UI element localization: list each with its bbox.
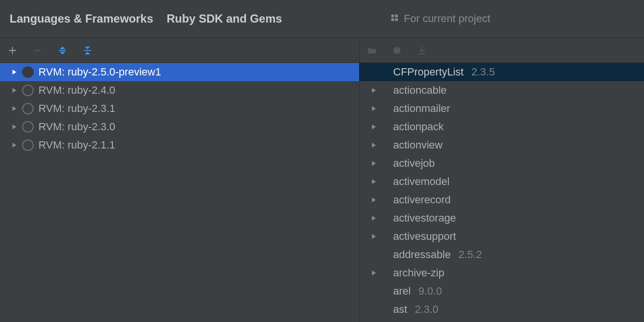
expand-icon[interactable] <box>12 124 17 130</box>
gem-row[interactable]: actioncable <box>359 81 644 99</box>
gem-version: 2.5.2 <box>458 248 482 261</box>
add-sdk-button[interactable] <box>6 44 19 57</box>
breadcrumb-page: Ruby SDK and Gems <box>167 12 282 25</box>
settings-header: Languages & Frameworks Ruby SDK and Gems… <box>0 0 644 37</box>
gem-row[interactable]: arel9.0.0 <box>359 282 644 300</box>
svg-rect-1 <box>395 14 398 17</box>
expand-icon[interactable] <box>12 87 17 93</box>
sdk-radio-icon[interactable] <box>22 139 34 151</box>
breadcrumb: Languages & Frameworks Ruby SDK and Gems <box>10 12 381 25</box>
gem-name: ast <box>393 303 407 316</box>
settings-body: RVM: ruby-2.5.0-preview1RVM: ruby-2.4.0R… <box>0 37 644 322</box>
download-gem-button[interactable] <box>415 44 429 57</box>
sdk-panel: RVM: ruby-2.5.0-preview1RVM: ruby-2.4.0R… <box>0 38 359 322</box>
breadcrumb-section[interactable]: Languages & Frameworks <box>10 12 153 25</box>
gem-row[interactable]: actionpack <box>359 118 644 136</box>
gem-name: arel <box>393 285 411 297</box>
collapse-all-button[interactable] <box>81 44 94 57</box>
expand-icon[interactable] <box>12 106 17 111</box>
scope-label: For current project <box>404 12 490 25</box>
gem-name: activerecord <box>393 194 451 206</box>
gem-name: activesupport <box>393 230 456 243</box>
gem-row[interactable]: actionview <box>359 136 644 154</box>
svg-point-4 <box>394 47 401 54</box>
expand-icon[interactable] <box>371 197 377 203</box>
gem-row[interactable]: activejob <box>359 154 644 173</box>
gem-status-icon <box>390 44 404 57</box>
gem-panel: CFPropertyList2.3.5actioncableactionmail… <box>359 38 644 322</box>
gem-row[interactable]: activesupport <box>359 227 644 246</box>
open-gem-folder-button[interactable] <box>365 44 379 57</box>
expand-icon[interactable] <box>371 215 377 221</box>
expand-icon[interactable] <box>371 179 377 185</box>
sdk-radio-icon[interactable] <box>22 103 34 114</box>
gem-name: activejob <box>393 157 435 170</box>
sdk-radio-icon[interactable] <box>22 85 34 96</box>
gem-row[interactable]: ast2.3.0 <box>359 300 644 319</box>
gem-name: activestorage <box>393 212 456 224</box>
gem-row[interactable]: activerecord <box>359 191 644 209</box>
gem-row[interactable]: activemodel <box>359 173 644 191</box>
expand-icon[interactable] <box>371 142 377 148</box>
svg-rect-2 <box>392 18 395 21</box>
gem-version: 9.0.0 <box>419 285 442 297</box>
expand-icon[interactable] <box>12 69 17 75</box>
gem-row[interactable]: CFPropertyList2.3.5 <box>359 63 644 81</box>
gem-name: actioncable <box>393 84 446 97</box>
gem-name: actionview <box>393 139 443 151</box>
sdk-name: RVM: ruby-2.3.0 <box>38 121 115 133</box>
gem-name: CFPropertyList <box>393 66 464 78</box>
sdk-name: RVM: ruby-2.4.0 <box>38 84 115 97</box>
expand-icon[interactable] <box>371 161 377 166</box>
expand-icon[interactable] <box>371 270 377 276</box>
gem-row[interactable]: actionmailer <box>359 99 644 118</box>
svg-rect-3 <box>395 18 398 21</box>
project-scope-icon <box>390 12 399 25</box>
sdk-row[interactable]: RVM: ruby-2.3.1 <box>0 99 359 118</box>
sdk-name: RVM: ruby-2.5.0-preview1 <box>38 66 161 78</box>
gem-row[interactable]: archive-zip <box>359 264 644 282</box>
sdk-name: RVM: ruby-2.1.1 <box>38 139 115 151</box>
gem-name: addressable <box>393 248 451 261</box>
sdk-row[interactable]: RVM: ruby-2.1.1 <box>0 136 359 154</box>
expand-icon[interactable] <box>371 124 377 130</box>
gem-list: CFPropertyList2.3.5actioncableactionmail… <box>359 63 644 322</box>
gem-version: 2.3.0 <box>415 303 438 316</box>
gem-version: 2.3.5 <box>471 66 495 78</box>
sdk-row[interactable]: RVM: ruby-2.5.0-preview1 <box>0 63 359 81</box>
expand-all-button[interactable] <box>56 44 69 57</box>
sdk-row[interactable]: RVM: ruby-2.3.0 <box>0 118 359 136</box>
sdk-toolbar <box>0 38 359 63</box>
expand-icon[interactable] <box>371 234 377 239</box>
gem-name: activemodel <box>393 175 449 188</box>
expand-icon[interactable] <box>12 142 17 148</box>
expand-icon[interactable] <box>371 106 377 111</box>
sdk-row[interactable]: RVM: ruby-2.4.0 <box>0 81 359 99</box>
gem-name: archive-zip <box>393 267 444 279</box>
sdk-list: RVM: ruby-2.5.0-preview1RVM: ruby-2.4.0R… <box>0 63 359 322</box>
gem-row[interactable]: addressable2.5.2 <box>359 246 644 264</box>
gem-toolbar <box>359 38 644 63</box>
gem-row[interactable]: activestorage <box>359 209 644 227</box>
gem-name: actionmailer <box>393 102 450 115</box>
svg-rect-0 <box>392 14 395 17</box>
sdk-name: RVM: ruby-2.3.1 <box>38 102 115 115</box>
sdk-radio-icon[interactable] <box>22 66 34 78</box>
expand-icon[interactable] <box>371 87 377 93</box>
gem-name: actionpack <box>393 121 444 133</box>
scope-badge: For current project <box>390 12 490 25</box>
remove-sdk-button[interactable] <box>31 44 44 57</box>
sdk-radio-icon[interactable] <box>22 121 34 133</box>
